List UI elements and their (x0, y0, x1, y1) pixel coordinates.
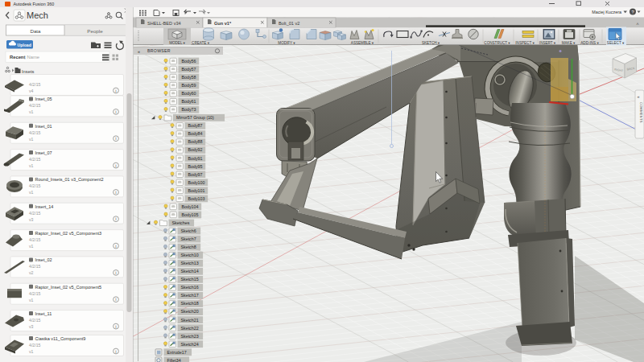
svg-text:v1: v1 (29, 349, 34, 354)
svg-text:Inset_05: Inset_05 (35, 97, 52, 101)
svg-text:4/2/15: 4/2/15 (29, 237, 41, 242)
svg-text:MODIFY ▾: MODIFY ▾ (278, 41, 295, 45)
svg-text:SELECT ▾: SELECT ▾ (607, 41, 625, 45)
svg-text:Body97: Body97 (188, 172, 203, 177)
svg-text:4/2/15: 4/2/15 (29, 157, 41, 162)
svg-text:v3: v3 (29, 217, 34, 222)
svg-text:Body88: Body88 (188, 139, 203, 144)
svg-text:Body73: Body73 (182, 107, 196, 112)
svg-text:Body56: Body56 (182, 59, 196, 64)
svg-text:v2: v2 (29, 270, 34, 275)
svg-text:4/2/15: 4/2/15 (29, 264, 41, 269)
svg-text:4/2/15: 4/2/15 (29, 103, 41, 108)
svg-text:Upload: Upload (18, 43, 31, 47)
svg-text:Sketch21: Sketch21 (181, 318, 199, 323)
svg-text:«: « (638, 94, 640, 99)
svg-text:CREATE ▾: CREATE ▾ (192, 41, 210, 45)
svg-text:Sketch13: Sketch13 (181, 261, 199, 265)
svg-text:Raptor_Inset_02 v5_Component3: Raptor_Inset_02 v5_Component3 (35, 231, 102, 236)
svg-text:Sketches: Sketches (172, 220, 190, 225)
svg-text:Insert_14: Insert_14 (35, 204, 54, 209)
svg-text:v1: v1 (29, 137, 34, 142)
svg-text:Body60: Body60 (182, 91, 196, 96)
svg-text:Body101: Body101 (188, 188, 205, 193)
svg-text:Body61: Body61 (182, 99, 196, 104)
svg-text:Data: Data (30, 28, 41, 34)
svg-text:Mirror57 Group (10): Mirror57 Group (10) (176, 115, 214, 120)
svg-text:4/2/15: 4/2/15 (29, 211, 41, 216)
svg-text:Body100: Body100 (188, 180, 205, 185)
svg-text:Sketch20: Sketch20 (181, 309, 199, 314)
svg-text:˄: ˄ (636, 22, 639, 27)
svg-text:Sketch14: Sketch14 (181, 269, 199, 274)
svg-text:SKETCH ▾: SKETCH ▾ (422, 41, 440, 45)
svg-text:MAKE ▾: MAKE ▾ (562, 41, 576, 45)
svg-text:Body58: Body58 (182, 75, 196, 80)
svg-text:v1: v1 (29, 163, 34, 168)
svg-text:Inset_11: Inset_11 (35, 311, 52, 316)
svg-text:v1: v1 (29, 109, 34, 114)
svg-text:Bolt_01 v2: Bolt_01 v2 (279, 21, 299, 26)
svg-text:INSERT ▾: INSERT ▾ (539, 41, 556, 45)
svg-text:ADD-INS ▾: ADD-INS ▾ (580, 41, 599, 45)
svg-text:Raptor_Inset_02 v5_Component5: Raptor_Inset_02 v5_Component5 (35, 285, 102, 290)
svg-text:Body57: Body57 (182, 67, 196, 72)
svg-text:v1: v1 (29, 244, 34, 249)
svg-text:v1: v1 (29, 190, 34, 195)
svg-text:CONSTRUCT ▾: CONSTRUCT ▾ (484, 41, 510, 45)
svg-text:Sketch22: Sketch22 (181, 326, 199, 331)
svg-text:Maciej Kuczera: Maciej Kuczera (592, 10, 621, 14)
svg-text:Sketch23: Sketch23 (181, 334, 199, 339)
svg-text:Body92: Body92 (188, 147, 203, 152)
svg-text:Body84: Body84 (188, 131, 203, 136)
svg-text:v4: v4 (29, 88, 34, 93)
svg-text:v3: v3 (29, 324, 34, 329)
svg-text:Recent: Recent (10, 55, 25, 60)
svg-text:v1: v1 (29, 298, 34, 302)
svg-text:4/2/15: 4/2/15 (29, 130, 41, 135)
svg-text:Body95: Body95 (188, 164, 203, 169)
svg-text:«: « (138, 49, 140, 54)
svg-text:Sketch6: Sketch6 (181, 228, 196, 233)
svg-text:Body59: Body59 (182, 83, 196, 88)
svg-text:Body87: Body87 (188, 123, 203, 128)
svg-text:Inset_07: Inset_07 (35, 150, 52, 155)
svg-text:Extrude17: Extrude17 (167, 350, 187, 355)
svg-text:Body91: Body91 (188, 156, 203, 161)
svg-text:Sketch24: Sketch24 (181, 342, 199, 347)
svg-text:Body104: Body104 (182, 204, 199, 209)
svg-text:SHELL-BED v34: SHELL-BED v34 (147, 21, 181, 26)
svg-text:BROWSER: BROWSER (147, 48, 171, 53)
svg-text:Body103: Body103 (188, 196, 205, 201)
svg-text:Gun v1*: Gun v1* (214, 21, 232, 26)
svg-text:Inset_02: Inset_02 (35, 257, 52, 262)
svg-text:Inset_01: Inset_01 (35, 124, 52, 129)
svg-text:MODEL ▾: MODEL ▾ (169, 41, 185, 45)
svg-text:4/2/15: 4/2/15 (29, 343, 41, 348)
svg-text:Round_Insets_01 v3_Component2: Round_Insets_01 v3_Component2 (35, 177, 104, 182)
svg-text:Sketch16: Sketch16 (181, 285, 199, 290)
svg-text:COMMENTS: COMMENTS (639, 102, 643, 123)
svg-text:Sketch17: Sketch17 (181, 293, 199, 298)
svg-text:Fillet34: Fillet34 (167, 358, 181, 362)
svg-text:Mech: Mech (27, 10, 48, 20)
svg-text:ASSEMBLE ▾: ASSEMBLE ▾ (351, 41, 374, 45)
svg-text:Sketch15: Sketch15 (181, 277, 199, 282)
svg-text:People: People (87, 28, 103, 34)
svg-text:Sketch8: Sketch8 (181, 245, 196, 249)
svg-text:Ciastka v11_Component9: Ciastka v11_Component9 (35, 336, 86, 341)
svg-text:|: | (24, 55, 26, 60)
svg-text:4/2/15: 4/2/15 (29, 318, 41, 323)
svg-text:Sketch18: Sketch18 (181, 301, 199, 306)
svg-text:INSPECT ▾: INSPECT ▾ (515, 41, 535, 45)
svg-text:Name: Name (27, 55, 39, 60)
svg-text:4/2/15: 4/2/15 (29, 82, 41, 87)
svg-text:Body105: Body105 (182, 212, 199, 217)
svg-text:4/2/15: 4/2/15 (29, 291, 41, 296)
svg-text:Insets: Insets (22, 69, 35, 74)
svg-text:4/2/15: 4/2/15 (29, 183, 41, 188)
svg-text:?: ? (631, 10, 634, 14)
svg-text:Sketch10: Sketch10 (181, 253, 199, 257)
svg-text:Autodesk Fusion 360: Autodesk Fusion 360 (14, 2, 55, 6)
svg-text:Sketch7: Sketch7 (181, 237, 196, 241)
